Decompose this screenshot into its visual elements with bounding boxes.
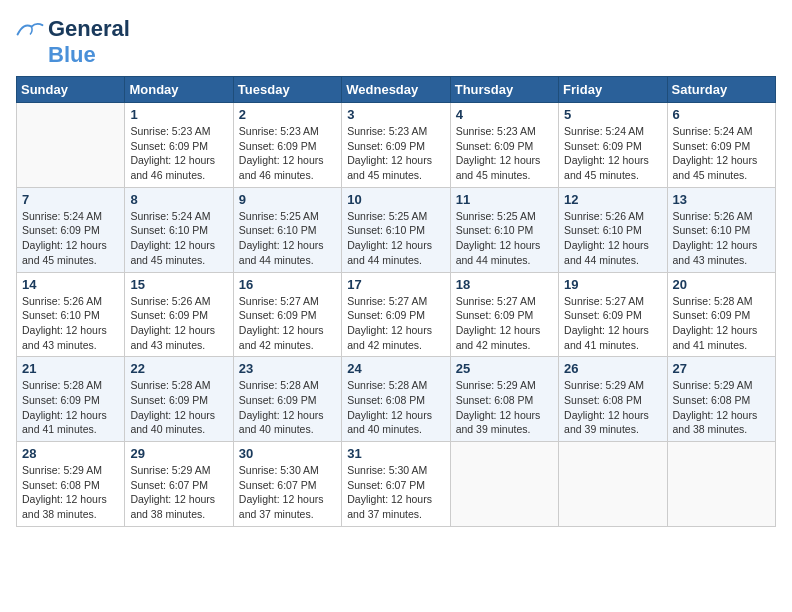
calendar-cell: 29Sunrise: 5:29 AMSunset: 6:07 PMDayligh… bbox=[125, 442, 233, 527]
day-number: 13 bbox=[673, 192, 770, 207]
calendar-week-row: 14Sunrise: 5:26 AMSunset: 6:10 PMDayligh… bbox=[17, 272, 776, 357]
day-info: Sunrise: 5:27 AMSunset: 6:09 PMDaylight:… bbox=[564, 294, 661, 353]
calendar-cell: 12Sunrise: 5:26 AMSunset: 6:10 PMDayligh… bbox=[559, 187, 667, 272]
calendar-cell: 6Sunrise: 5:24 AMSunset: 6:09 PMDaylight… bbox=[667, 103, 775, 188]
day-number: 31 bbox=[347, 446, 444, 461]
logo: General Blue bbox=[16, 16, 130, 68]
calendar-cell: 11Sunrise: 5:25 AMSunset: 6:10 PMDayligh… bbox=[450, 187, 558, 272]
calendar-cell: 23Sunrise: 5:28 AMSunset: 6:09 PMDayligh… bbox=[233, 357, 341, 442]
day-number: 17 bbox=[347, 277, 444, 292]
day-number: 22 bbox=[130, 361, 227, 376]
day-info: Sunrise: 5:30 AMSunset: 6:07 PMDaylight:… bbox=[239, 463, 336, 522]
calendar-week-row: 21Sunrise: 5:28 AMSunset: 6:09 PMDayligh… bbox=[17, 357, 776, 442]
calendar-cell bbox=[667, 442, 775, 527]
day-info: Sunrise: 5:23 AMSunset: 6:09 PMDaylight:… bbox=[347, 124, 444, 183]
calendar-cell: 17Sunrise: 5:27 AMSunset: 6:09 PMDayligh… bbox=[342, 272, 450, 357]
day-info: Sunrise: 5:30 AMSunset: 6:07 PMDaylight:… bbox=[347, 463, 444, 522]
day-number: 24 bbox=[347, 361, 444, 376]
day-info: Sunrise: 5:28 AMSunset: 6:09 PMDaylight:… bbox=[673, 294, 770, 353]
day-number: 5 bbox=[564, 107, 661, 122]
page-header: General Blue bbox=[16, 16, 776, 68]
logo-blue: Blue bbox=[48, 42, 96, 68]
calendar-cell: 7Sunrise: 5:24 AMSunset: 6:09 PMDaylight… bbox=[17, 187, 125, 272]
calendar-cell: 30Sunrise: 5:30 AMSunset: 6:07 PMDayligh… bbox=[233, 442, 341, 527]
day-info: Sunrise: 5:24 AMSunset: 6:09 PMDaylight:… bbox=[564, 124, 661, 183]
day-number: 18 bbox=[456, 277, 553, 292]
calendar-cell: 22Sunrise: 5:28 AMSunset: 6:09 PMDayligh… bbox=[125, 357, 233, 442]
day-info: Sunrise: 5:28 AMSunset: 6:09 PMDaylight:… bbox=[130, 378, 227, 437]
logo-bird-icon bbox=[16, 20, 44, 38]
day-info: Sunrise: 5:26 AMSunset: 6:10 PMDaylight:… bbox=[22, 294, 119, 353]
day-number: 10 bbox=[347, 192, 444, 207]
day-info: Sunrise: 5:28 AMSunset: 6:09 PMDaylight:… bbox=[239, 378, 336, 437]
day-info: Sunrise: 5:24 AMSunset: 6:09 PMDaylight:… bbox=[673, 124, 770, 183]
day-number: 1 bbox=[130, 107, 227, 122]
calendar-week-row: 7Sunrise: 5:24 AMSunset: 6:09 PMDaylight… bbox=[17, 187, 776, 272]
day-info: Sunrise: 5:27 AMSunset: 6:09 PMDaylight:… bbox=[239, 294, 336, 353]
calendar-cell: 28Sunrise: 5:29 AMSunset: 6:08 PMDayligh… bbox=[17, 442, 125, 527]
day-number: 2 bbox=[239, 107, 336, 122]
day-info: Sunrise: 5:29 AMSunset: 6:08 PMDaylight:… bbox=[564, 378, 661, 437]
day-number: 25 bbox=[456, 361, 553, 376]
day-number: 27 bbox=[673, 361, 770, 376]
day-number: 20 bbox=[673, 277, 770, 292]
day-info: Sunrise: 5:26 AMSunset: 6:09 PMDaylight:… bbox=[130, 294, 227, 353]
day-info: Sunrise: 5:26 AMSunset: 6:10 PMDaylight:… bbox=[564, 209, 661, 268]
day-number: 6 bbox=[673, 107, 770, 122]
day-number: 19 bbox=[564, 277, 661, 292]
calendar-cell: 31Sunrise: 5:30 AMSunset: 6:07 PMDayligh… bbox=[342, 442, 450, 527]
calendar-cell: 20Sunrise: 5:28 AMSunset: 6:09 PMDayligh… bbox=[667, 272, 775, 357]
day-info: Sunrise: 5:23 AMSunset: 6:09 PMDaylight:… bbox=[456, 124, 553, 183]
day-info: Sunrise: 5:29 AMSunset: 6:07 PMDaylight:… bbox=[130, 463, 227, 522]
day-info: Sunrise: 5:25 AMSunset: 6:10 PMDaylight:… bbox=[347, 209, 444, 268]
calendar-cell bbox=[450, 442, 558, 527]
day-number: 23 bbox=[239, 361, 336, 376]
calendar-cell: 25Sunrise: 5:29 AMSunset: 6:08 PMDayligh… bbox=[450, 357, 558, 442]
calendar-cell: 13Sunrise: 5:26 AMSunset: 6:10 PMDayligh… bbox=[667, 187, 775, 272]
calendar-cell: 18Sunrise: 5:27 AMSunset: 6:09 PMDayligh… bbox=[450, 272, 558, 357]
day-info: Sunrise: 5:23 AMSunset: 6:09 PMDaylight:… bbox=[130, 124, 227, 183]
calendar-cell: 9Sunrise: 5:25 AMSunset: 6:10 PMDaylight… bbox=[233, 187, 341, 272]
calendar-cell: 24Sunrise: 5:28 AMSunset: 6:08 PMDayligh… bbox=[342, 357, 450, 442]
calendar-header-sunday: Sunday bbox=[17, 77, 125, 103]
day-info: Sunrise: 5:28 AMSunset: 6:08 PMDaylight:… bbox=[347, 378, 444, 437]
day-number: 28 bbox=[22, 446, 119, 461]
calendar-header-tuesday: Tuesday bbox=[233, 77, 341, 103]
calendar-header-wednesday: Wednesday bbox=[342, 77, 450, 103]
day-number: 4 bbox=[456, 107, 553, 122]
day-number: 9 bbox=[239, 192, 336, 207]
calendar-table: SundayMondayTuesdayWednesdayThursdayFrid… bbox=[16, 76, 776, 527]
calendar-cell bbox=[559, 442, 667, 527]
calendar-header-friday: Friday bbox=[559, 77, 667, 103]
calendar-header-monday: Monday bbox=[125, 77, 233, 103]
day-info: Sunrise: 5:27 AMSunset: 6:09 PMDaylight:… bbox=[456, 294, 553, 353]
calendar-cell: 14Sunrise: 5:26 AMSunset: 6:10 PMDayligh… bbox=[17, 272, 125, 357]
day-info: Sunrise: 5:29 AMSunset: 6:08 PMDaylight:… bbox=[673, 378, 770, 437]
day-number: 21 bbox=[22, 361, 119, 376]
day-info: Sunrise: 5:25 AMSunset: 6:10 PMDaylight:… bbox=[239, 209, 336, 268]
day-number: 30 bbox=[239, 446, 336, 461]
day-number: 12 bbox=[564, 192, 661, 207]
day-info: Sunrise: 5:24 AMSunset: 6:09 PMDaylight:… bbox=[22, 209, 119, 268]
calendar-week-row: 28Sunrise: 5:29 AMSunset: 6:08 PMDayligh… bbox=[17, 442, 776, 527]
calendar-cell: 8Sunrise: 5:24 AMSunset: 6:10 PMDaylight… bbox=[125, 187, 233, 272]
day-info: Sunrise: 5:27 AMSunset: 6:09 PMDaylight:… bbox=[347, 294, 444, 353]
calendar-header-thursday: Thursday bbox=[450, 77, 558, 103]
day-number: 26 bbox=[564, 361, 661, 376]
day-info: Sunrise: 5:29 AMSunset: 6:08 PMDaylight:… bbox=[456, 378, 553, 437]
day-info: Sunrise: 5:25 AMSunset: 6:10 PMDaylight:… bbox=[456, 209, 553, 268]
logo-general: General bbox=[48, 16, 130, 42]
calendar-cell: 26Sunrise: 5:29 AMSunset: 6:08 PMDayligh… bbox=[559, 357, 667, 442]
calendar-header-row: SundayMondayTuesdayWednesdayThursdayFrid… bbox=[17, 77, 776, 103]
calendar-cell: 15Sunrise: 5:26 AMSunset: 6:09 PMDayligh… bbox=[125, 272, 233, 357]
calendar-cell: 3Sunrise: 5:23 AMSunset: 6:09 PMDaylight… bbox=[342, 103, 450, 188]
calendar-cell: 5Sunrise: 5:24 AMSunset: 6:09 PMDaylight… bbox=[559, 103, 667, 188]
day-number: 16 bbox=[239, 277, 336, 292]
calendar-cell: 10Sunrise: 5:25 AMSunset: 6:10 PMDayligh… bbox=[342, 187, 450, 272]
calendar-cell: 16Sunrise: 5:27 AMSunset: 6:09 PMDayligh… bbox=[233, 272, 341, 357]
day-number: 29 bbox=[130, 446, 227, 461]
day-info: Sunrise: 5:29 AMSunset: 6:08 PMDaylight:… bbox=[22, 463, 119, 522]
calendar-header-saturday: Saturday bbox=[667, 77, 775, 103]
calendar-cell bbox=[17, 103, 125, 188]
calendar-cell: 19Sunrise: 5:27 AMSunset: 6:09 PMDayligh… bbox=[559, 272, 667, 357]
